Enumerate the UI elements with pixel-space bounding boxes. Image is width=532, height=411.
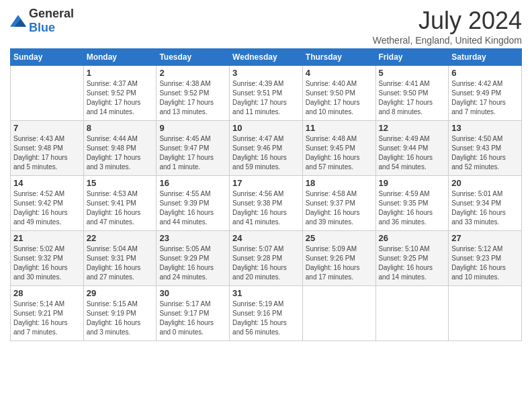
- logo-general: General: [29, 7, 74, 20]
- calendar-week-2: 7Sunrise: 4:43 AM Sunset: 9:48 PM Daylig…: [11, 121, 522, 176]
- day-number: 16: [159, 178, 226, 188]
- day-info: Sunrise: 5:14 AM Sunset: 9:21 PM Dayligh…: [13, 300, 81, 337]
- calendar-cell: 13Sunrise: 4:50 AM Sunset: 9:43 PM Dayli…: [449, 121, 522, 176]
- logo: General Blue: [10, 7, 74, 35]
- day-number: 20: [451, 178, 519, 188]
- day-number: 10: [232, 123, 300, 133]
- day-number: 13: [451, 123, 519, 133]
- calendar-cell: 10Sunrise: 4:47 AM Sunset: 9:46 PM Dayli…: [230, 121, 303, 176]
- day-info: Sunrise: 4:38 AM Sunset: 9:52 PM Dayligh…: [159, 79, 226, 117]
- day-header-wednesday: Wednesday: [230, 49, 303, 66]
- day-info: Sunrise: 4:53 AM Sunset: 9:41 PM Dayligh…: [87, 189, 154, 227]
- calendar-cell: 12Sunrise: 4:49 AM Sunset: 9:44 PM Dayli…: [375, 121, 449, 176]
- day-info: Sunrise: 4:58 AM Sunset: 9:37 PM Dayligh…: [306, 189, 373, 227]
- calendar-cell: 11Sunrise: 4:48 AM Sunset: 9:45 PM Dayli…: [302, 121, 375, 176]
- day-info: Sunrise: 4:52 AM Sunset: 9:42 PM Dayligh…: [13, 189, 81, 227]
- day-number: 12: [379, 123, 446, 133]
- day-number: 7: [13, 123, 81, 133]
- calendar-cell: [449, 286, 522, 341]
- calendar-cell: 2Sunrise: 4:38 AM Sunset: 9:52 PM Daylig…: [157, 66, 230, 121]
- calendar-cell: 1Sunrise: 4:37 AM Sunset: 9:52 PM Daylig…: [83, 66, 157, 121]
- calendar-cell: 5Sunrise: 4:41 AM Sunset: 9:50 PM Daylig…: [375, 66, 449, 121]
- day-info: Sunrise: 5:17 AM Sunset: 9:17 PM Dayligh…: [159, 300, 226, 337]
- day-info: Sunrise: 5:02 AM Sunset: 9:32 PM Dayligh…: [13, 244, 81, 282]
- day-number: 8: [87, 123, 154, 133]
- calendar-cell: 24Sunrise: 5:07 AM Sunset: 9:28 PM Dayli…: [230, 231, 303, 286]
- calendar-cell: [11, 66, 84, 121]
- calendar-cell: 28Sunrise: 5:14 AM Sunset: 9:21 PM Dayli…: [11, 286, 84, 341]
- logo-text: General Blue: [29, 7, 74, 35]
- calendar-cell: 31Sunrise: 5:19 AM Sunset: 9:16 PM Dayli…: [230, 286, 303, 341]
- calendar-cell: 23Sunrise: 5:05 AM Sunset: 9:29 PM Dayli…: [157, 231, 230, 286]
- day-info: Sunrise: 4:56 AM Sunset: 9:38 PM Dayligh…: [232, 189, 300, 227]
- location: Wetheral, England, United Kingdom: [373, 35, 522, 46]
- day-header-sunday: Sunday: [11, 49, 84, 66]
- calendar-cell: 25Sunrise: 5:09 AM Sunset: 9:26 PM Dayli…: [302, 231, 375, 286]
- calendar-cell: 4Sunrise: 4:40 AM Sunset: 9:50 PM Daylig…: [302, 66, 375, 121]
- logo-icon: [10, 15, 26, 27]
- calendar-cell: 15Sunrise: 4:53 AM Sunset: 9:41 PM Dayli…: [83, 176, 157, 231]
- calendar-cell: 19Sunrise: 4:59 AM Sunset: 9:35 PM Dayli…: [375, 176, 449, 231]
- calendar-week-3: 14Sunrise: 4:52 AM Sunset: 9:42 PM Dayli…: [11, 176, 522, 231]
- day-number: 31: [232, 288, 300, 298]
- day-info: Sunrise: 4:55 AM Sunset: 9:39 PM Dayligh…: [159, 189, 226, 227]
- day-info: Sunrise: 4:49 AM Sunset: 9:44 PM Dayligh…: [379, 134, 446, 172]
- day-info: Sunrise: 5:15 AM Sunset: 9:19 PM Dayligh…: [87, 300, 154, 337]
- day-header-tuesday: Tuesday: [157, 49, 230, 66]
- day-number: 19: [379, 178, 446, 188]
- day-info: Sunrise: 5:01 AM Sunset: 9:34 PM Dayligh…: [451, 189, 519, 227]
- day-number: 6: [451, 68, 519, 78]
- day-number: 26: [379, 233, 446, 243]
- calendar-cell: 9Sunrise: 4:45 AM Sunset: 9:47 PM Daylig…: [157, 121, 230, 176]
- day-info: Sunrise: 5:09 AM Sunset: 9:26 PM Dayligh…: [306, 244, 373, 282]
- day-header-saturday: Saturday: [449, 49, 522, 66]
- day-number: 21: [13, 233, 81, 243]
- calendar-cell: 7Sunrise: 4:43 AM Sunset: 9:48 PM Daylig…: [11, 121, 84, 176]
- day-header-friday: Friday: [375, 49, 449, 66]
- calendar-cell: 21Sunrise: 5:02 AM Sunset: 9:32 PM Dayli…: [11, 231, 84, 286]
- page-header: General Blue July 2024 Wetheral, England…: [10, 7, 522, 46]
- day-number: 4: [306, 68, 373, 78]
- calendar-cell: 30Sunrise: 5:17 AM Sunset: 9:17 PM Dayli…: [157, 286, 230, 341]
- day-number: 1: [87, 68, 154, 78]
- day-number: 15: [87, 178, 154, 188]
- day-info: Sunrise: 5:12 AM Sunset: 9:23 PM Dayligh…: [451, 244, 519, 282]
- day-number: 14: [13, 178, 81, 188]
- day-info: Sunrise: 4:41 AM Sunset: 9:50 PM Dayligh…: [379, 79, 446, 117]
- day-info: Sunrise: 4:45 AM Sunset: 9:47 PM Dayligh…: [159, 134, 226, 172]
- day-info: Sunrise: 4:42 AM Sunset: 9:49 PM Dayligh…: [451, 79, 519, 117]
- calendar-cell: 8Sunrise: 4:44 AM Sunset: 9:48 PM Daylig…: [83, 121, 157, 176]
- day-info: Sunrise: 5:10 AM Sunset: 9:25 PM Dayligh…: [379, 244, 446, 282]
- calendar-week-1: 1Sunrise: 4:37 AM Sunset: 9:52 PM Daylig…: [11, 66, 522, 121]
- calendar-table: SundayMondayTuesdayWednesdayThursdayFrid…: [10, 48, 522, 341]
- day-info: Sunrise: 5:05 AM Sunset: 9:29 PM Dayligh…: [159, 244, 226, 282]
- day-info: Sunrise: 4:50 AM Sunset: 9:43 PM Dayligh…: [451, 134, 519, 172]
- logo-blue: Blue: [29, 21, 55, 34]
- calendar-cell: 20Sunrise: 5:01 AM Sunset: 9:34 PM Dayli…: [449, 176, 522, 231]
- day-number: 28: [13, 288, 81, 298]
- day-number: 25: [306, 233, 373, 243]
- calendar-cell: [375, 286, 449, 341]
- calendar-cell: 27Sunrise: 5:12 AM Sunset: 9:23 PM Dayli…: [449, 231, 522, 286]
- calendar-cell: 17Sunrise: 4:56 AM Sunset: 9:38 PM Dayli…: [230, 176, 303, 231]
- calendar-cell: 18Sunrise: 4:58 AM Sunset: 9:37 PM Dayli…: [302, 176, 375, 231]
- day-info: Sunrise: 4:48 AM Sunset: 9:45 PM Dayligh…: [306, 134, 373, 172]
- calendar-header: SundayMondayTuesdayWednesdayThursdayFrid…: [11, 49, 522, 66]
- day-number: 18: [306, 178, 373, 188]
- day-number: 27: [451, 233, 519, 243]
- day-header-monday: Monday: [83, 49, 157, 66]
- calendar-cell: 14Sunrise: 4:52 AM Sunset: 9:42 PM Dayli…: [11, 176, 84, 231]
- title-block: July 2024 Wetheral, England, United King…: [373, 7, 522, 46]
- calendar-cell: 3Sunrise: 4:39 AM Sunset: 9:51 PM Daylig…: [230, 66, 303, 121]
- calendar-week-4: 21Sunrise: 5:02 AM Sunset: 9:32 PM Dayli…: [11, 231, 522, 286]
- day-number: 9: [159, 123, 226, 133]
- day-info: Sunrise: 5:04 AM Sunset: 9:31 PM Dayligh…: [87, 244, 154, 282]
- calendar-cell: 6Sunrise: 4:42 AM Sunset: 9:49 PM Daylig…: [449, 66, 522, 121]
- day-number: 29: [87, 288, 154, 298]
- day-header-thursday: Thursday: [302, 49, 375, 66]
- day-info: Sunrise: 4:47 AM Sunset: 9:46 PM Dayligh…: [232, 134, 300, 172]
- day-number: 11: [306, 123, 373, 133]
- calendar-week-5: 28Sunrise: 5:14 AM Sunset: 9:21 PM Dayli…: [11, 286, 522, 341]
- day-number: 23: [159, 233, 226, 243]
- day-info: Sunrise: 5:19 AM Sunset: 9:16 PM Dayligh…: [232, 300, 300, 337]
